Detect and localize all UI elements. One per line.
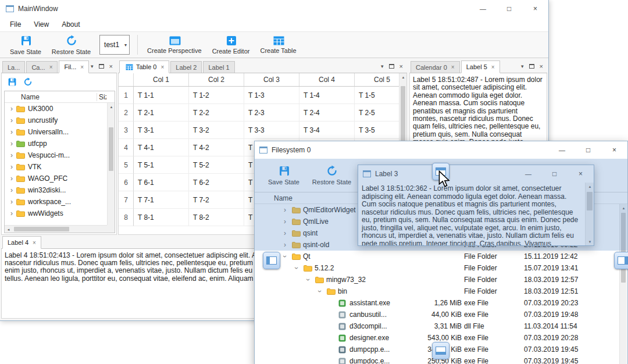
maximize-button[interactable]: □ [575,141,601,159]
create-perspective-button[interactable]: Create Perspective [142,34,207,56]
scroll-down-icon[interactable]: ▼ [586,238,594,245]
table-corner[interactable] [119,73,134,86]
row-header[interactable]: 2 [119,104,134,122]
row-header[interactable]: 6 [119,174,134,191]
tree-row[interactable]: ›UniversalIn... [5,126,107,138]
close-icon[interactable]: × [49,64,53,70]
table-cell[interactable]: T 2-2 [189,104,244,122]
name-column-header[interactable]: Name [21,93,40,101]
table-cell[interactable]: T 1-4 [299,87,355,104]
label-3-vscrollbar[interactable]: ▲ ▼ [585,183,594,245]
expander-icon[interactable]: › [281,255,289,258]
table-cell[interactable]: T 1-3 [244,87,299,104]
expander-icon[interactable]: › [304,279,312,281]
dock-bottom-indicator[interactable] [432,342,449,359]
scrollbar-thumb[interactable] [587,192,593,210]
table-cell[interactable]: T 3-5 [355,122,399,139]
tab-menu-icon[interactable]: ▾ [91,63,94,69]
row-header[interactable]: 4 [119,139,134,156]
scrollbar-thumb[interactable] [14,227,69,231]
scroll-up-icon[interactable]: ▲ [620,204,627,212]
left-tree-vscrollbar[interactable]: ▲ [107,103,115,225]
expander-icon[interactable]: › [316,290,324,292]
expander-icon[interactable]: › [8,140,15,148]
expander-icon[interactable]: › [284,241,286,249]
fs-tree-row[interactable]: ›binFile Folder18.03.2019 12:51 [255,286,619,297]
close-icon[interactable]: × [160,64,164,70]
scrollbar-thumb[interactable] [109,127,113,171]
main-titlebar[interactable]: MainWindow — □ × [0,0,548,17]
label-3-titlebar[interactable]: Label 3 — □ × [358,165,594,183]
tree-row[interactable]: ›wwWidgets [5,208,107,219]
row-header[interactable]: 3 [119,122,134,139]
table-cell[interactable]: T 3-3 [244,122,299,139]
save-state-button[interactable]: Save State [5,33,47,57]
expander-icon[interactable]: › [292,267,301,269]
tab-menu-icon[interactable]: ▾ [381,63,384,69]
create-editor-button[interactable]: Create Editor [207,34,255,56]
close-icon[interactable]: × [109,63,113,70]
column-header[interactable]: Col 4 [299,73,355,86]
row-header[interactable]: 1 [119,87,134,104]
expander-icon[interactable]: › [8,163,15,171]
table-cell[interactable]: T 7-2 [189,191,244,209]
tab-label-4[interactable]: Label 4 × [2,236,41,249]
table-cell[interactable]: T 6-1 [134,174,189,191]
minimize-button[interactable]: — [515,165,541,183]
table-cell[interactable]: T 2-3 [244,104,299,122]
minimize-button[interactable]: — [549,141,575,159]
scroll-up-icon[interactable]: ▲ [108,103,115,110]
close-icon[interactable]: × [33,240,36,246]
column-header[interactable]: Col 1 [134,73,189,86]
table-cell[interactable]: T 1-2 [189,87,244,104]
table-cell[interactable]: T 1-1 [134,87,189,104]
float-icon[interactable] [99,64,104,69]
float-icon[interactable] [389,64,394,69]
scroll-up-icon[interactable]: ▲ [586,183,594,190]
expander-icon[interactable]: › [284,229,286,237]
tab-label-5[interactable]: Label 5 × [461,60,500,73]
expander-icon[interactable]: › [8,105,15,113]
fs-tree-row[interactable]: ›mingw73_32File Folder18.03.2019 12:57 [255,274,619,286]
close-icon[interactable]: × [491,64,495,70]
menu-about[interactable]: About [55,18,86,31]
close-icon[interactable]: × [540,63,543,70]
table-cell[interactable]: T 3-2 [189,122,244,139]
dock-right-indicator[interactable] [614,252,628,269]
scroll-left-icon[interactable]: ◄ [5,226,12,233]
table-cell[interactable]: T 8-2 [189,209,244,226]
table-cell[interactable]: T 2-4 [299,104,355,122]
size-column-header[interactable]: Size [97,93,106,101]
fs-tree-row[interactable]: canbusutil...44,00 KiBexe File07.03.2019… [255,309,619,320]
menu-view[interactable]: View [27,18,55,31]
expander-icon[interactable]: › [8,198,15,206]
table-cell[interactable]: T 6-2 [189,174,244,191]
save-state-button[interactable]: Save State [263,163,305,187]
row-header[interactable]: 8 [119,209,134,226]
fs-tree-row[interactable]: ›QtFile Folder15.11.2019 12:42 [255,251,619,262]
filesystem-titlebar[interactable]: Filesystem 0 — □ × [255,141,627,159]
minimize-button[interactable]: — [470,0,496,17]
dock-left-indicator[interactable] [263,252,280,269]
save-icon[interactable] [8,77,17,87]
restore-state-button[interactable]: Restore State [307,163,356,187]
float-icon[interactable] [529,64,534,69]
column-header[interactable]: Col 5 [355,73,399,86]
tree-row[interactable]: ›utfcpp [5,138,107,149]
left-tree-hscrollbar[interactable]: ◄ [5,225,107,233]
fs-tree-row[interactable]: ›5.12.2File Folder15.07.2019 13:41 [255,262,619,274]
close-icon[interactable]: × [451,64,455,70]
close-icon[interactable]: × [399,63,403,70]
tab-table-0[interactable]: Table 0 × [119,60,169,73]
table-cell[interactable]: T 4-2 [189,139,244,156]
close-icon[interactable]: × [80,64,84,70]
tree-row[interactable]: ›VTK [5,161,107,173]
scroll-up-icon[interactable]: ▲ [399,73,407,81]
row-header[interactable]: 5 [119,156,134,174]
table-cell[interactable]: T 5-1 [134,156,189,174]
scrollbar-thumb[interactable] [621,213,626,283]
tab-filesystem[interactable]: Fil... × [59,60,89,73]
tab-label-truncated[interactable]: La... [2,61,25,73]
tab-calendar-0[interactable]: Calendar 0 × [411,61,460,73]
table-cell[interactable]: T 8-1 [134,209,189,226]
